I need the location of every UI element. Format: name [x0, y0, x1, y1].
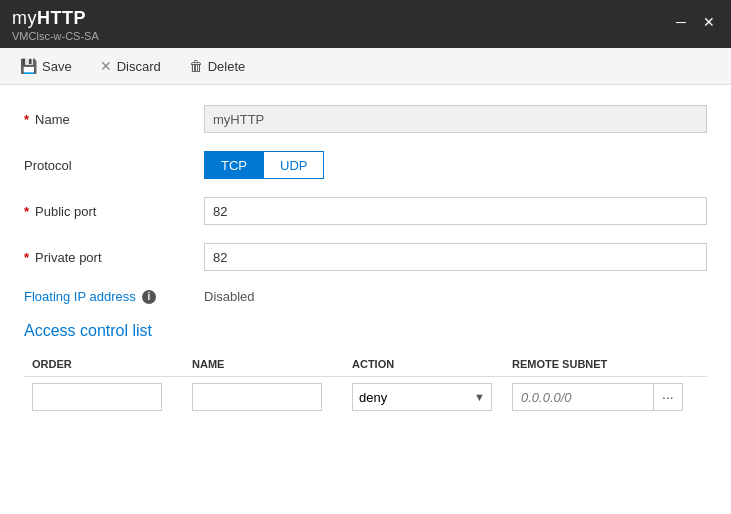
save-label: Save	[42, 59, 72, 74]
acl-section: Access control list ORDER NAME ACTION RE…	[24, 322, 707, 417]
remote-subnet-wrapper: ···	[512, 383, 683, 411]
app-subtitle: VMClsc-w-CS-SA	[12, 30, 99, 42]
discard-icon: ✕	[100, 58, 112, 74]
order-cell	[24, 377, 184, 418]
floating-ip-info-icon[interactable]: i	[142, 290, 156, 304]
app-name-regular: my	[12, 8, 37, 28]
title-bar-left: myHTTP VMClsc-w-CS-SA	[12, 8, 99, 42]
private-port-input[interactable]	[204, 243, 707, 271]
close-button[interactable]: ✕	[699, 12, 719, 32]
delete-icon: 🗑	[189, 58, 203, 74]
protocol-label: Protocol	[24, 158, 204, 173]
table-row: deny allow ▼ ···	[24, 377, 707, 418]
minimize-button[interactable]: ─	[671, 12, 691, 32]
name-cell	[184, 377, 344, 418]
floating-ip-row: Floating IP address i Disabled	[24, 289, 707, 304]
delete-button[interactable]: 🗑 Delete	[185, 56, 250, 76]
public-port-label: * Public port	[24, 204, 204, 219]
title-bar: myHTTP VMClsc-w-CS-SA ─ ✕	[0, 0, 731, 48]
remote-subnet-dots-button[interactable]: ···	[653, 384, 682, 410]
app-name-bold: HTTP	[37, 8, 86, 28]
app-title: myHTTP	[12, 8, 99, 29]
private-port-required-star: *	[24, 250, 29, 265]
public-port-row: * Public port	[24, 197, 707, 225]
col-name: NAME	[184, 354, 344, 377]
order-input[interactable]	[32, 383, 162, 411]
toolbar: 💾 Save ✕ Discard 🗑 Delete	[0, 48, 731, 85]
udp-button[interactable]: UDP	[263, 151, 324, 179]
delete-label: Delete	[208, 59, 246, 74]
discard-button[interactable]: ✕ Discard	[96, 56, 165, 76]
window-controls: ─ ✕	[671, 12, 719, 32]
action-select-wrapper: deny allow ▼	[352, 383, 492, 411]
floating-ip-label: Floating IP address i	[24, 289, 204, 304]
acl-table: ORDER NAME ACTION REMOTE SUBNET	[24, 354, 707, 417]
acl-title: Access control list	[24, 322, 707, 340]
col-order: ORDER	[24, 354, 184, 377]
acl-name-input[interactable]	[192, 383, 322, 411]
name-row: * Name	[24, 105, 707, 133]
public-port-input[interactable]	[204, 197, 707, 225]
public-port-required-star: *	[24, 204, 29, 219]
tcp-button[interactable]: TCP	[204, 151, 263, 179]
remote-subnet-input[interactable]	[513, 384, 653, 410]
save-button[interactable]: 💾 Save	[16, 56, 76, 76]
name-label: * Name	[24, 112, 204, 127]
action-cell: deny allow ▼	[344, 377, 504, 418]
name-input[interactable]	[204, 105, 707, 133]
col-remote-subnet: REMOTE SUBNET	[504, 354, 707, 377]
floating-ip-value: Disabled	[204, 289, 255, 304]
remote-subnet-cell: ···	[504, 377, 707, 418]
name-required-star: *	[24, 112, 29, 127]
save-icon: 💾	[20, 58, 37, 74]
action-select[interactable]: deny allow	[353, 384, 468, 410]
acl-header-row: ORDER NAME ACTION REMOTE SUBNET	[24, 354, 707, 377]
protocol-row: Protocol TCP UDP	[24, 151, 707, 179]
protocol-toggle: TCP UDP	[204, 151, 324, 179]
col-action: ACTION	[344, 354, 504, 377]
content-area: * Name Protocol TCP UDP * Public port * …	[0, 85, 731, 437]
private-port-row: * Private port	[24, 243, 707, 271]
discard-label: Discard	[117, 59, 161, 74]
private-port-label: * Private port	[24, 250, 204, 265]
select-arrow-icon: ▼	[468, 391, 491, 403]
